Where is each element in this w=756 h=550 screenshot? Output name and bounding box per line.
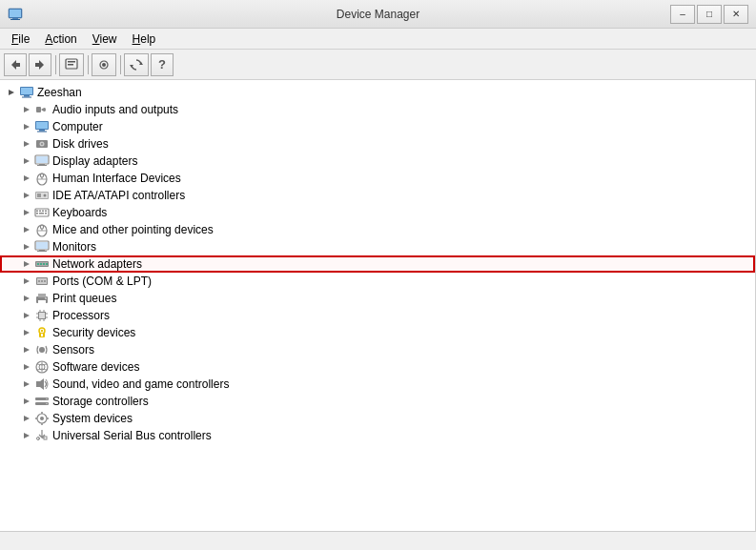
help-button[interactable]: ? — [151, 53, 174, 76]
mice-label: Mice and other pointing devices — [52, 223, 214, 236]
software-expander[interactable] — [19, 359, 34, 375]
svg-rect-44 — [37, 194, 41, 197]
tree-item-storage[interactable]: Storage controllers — [0, 393, 755, 410]
tree-item-mice[interactable]: Mice and other pointing devices — [0, 221, 755, 238]
tree-item-monitors[interactable]: Monitors — [0, 238, 755, 255]
security-label: Security devices — [52, 326, 135, 339]
svg-point-77 — [44, 280, 46, 282]
svg-marker-106 — [36, 378, 44, 390]
tree-item-display[interactable]: Display adapters — [0, 153, 755, 170]
network-expander[interactable] — [19, 256, 34, 272]
root-expander[interactable] — [4, 85, 19, 100]
audio-label: Audio inputs and outputs — [52, 103, 178, 116]
tree-item-sound[interactable]: Sound, video and game controllers — [0, 376, 755, 393]
close-button[interactable]: ✕ — [724, 5, 748, 24]
computer-label: Computer — [52, 120, 103, 133]
tree-item-print[interactable]: Print queues — [0, 290, 755, 307]
menu-view[interactable]: View — [85, 29, 125, 49]
maximize-button[interactable]: □ — [697, 5, 722, 24]
tree-item-computer[interactable]: Computer — [0, 118, 755, 135]
tree-item-sensors[interactable]: Sensors — [0, 341, 755, 358]
system-expander[interactable] — [19, 411, 34, 426]
svg-rect-24 — [36, 122, 48, 129]
display-expander[interactable] — [19, 153, 34, 169]
svg-marker-31 — [24, 158, 30, 164]
system-icon — [34, 411, 50, 426]
computer-expander[interactable] — [19, 119, 34, 134]
tree-item-ports[interactable]: Ports (COM & LPT) — [0, 273, 755, 290]
software-icon — [34, 359, 50, 375]
mice-expander[interactable] — [19, 222, 34, 237]
svg-marker-101 — [24, 364, 30, 370]
svg-rect-38 — [41, 173, 44, 177]
security-expander[interactable] — [19, 325, 34, 340]
app-icon — [8, 7, 23, 22]
usb-expander[interactable] — [19, 428, 34, 443]
sound-expander[interactable] — [19, 377, 34, 392]
svg-rect-21 — [36, 107, 41, 112]
svg-marker-78 — [24, 295, 30, 301]
svg-rect-7 — [35, 63, 40, 67]
back-button[interactable] — [4, 53, 27, 76]
tree-item-hid[interactable]: Human Interface Devices — [0, 170, 755, 187]
sensors-expander[interactable] — [19, 342, 34, 357]
svg-rect-18 — [24, 95, 30, 97]
properties-icon — [64, 57, 79, 72]
svg-point-12 — [102, 63, 106, 67]
tree-item-network[interactable]: Network adapters — [0, 255, 755, 273]
keyboard-expander[interactable] — [19, 205, 34, 220]
storage-expander[interactable] — [19, 394, 34, 409]
svg-rect-62 — [36, 242, 48, 249]
forward-button[interactable] — [29, 53, 51, 76]
menu-action[interactable]: Action — [37, 29, 84, 49]
tree-item-system[interactable]: System devices — [0, 410, 755, 427]
toolbar-sep1 — [53, 55, 57, 74]
ports-label: Ports (COM & LPT) — [52, 275, 152, 288]
svg-marker-107 — [24, 398, 30, 404]
menu-view-label: View — [92, 32, 117, 46]
svg-line-123 — [42, 438, 44, 438]
ide-expander[interactable] — [19, 188, 34, 203]
properties-button[interactable] — [59, 53, 84, 76]
tree-item-keyboard[interactable]: Keyboards — [0, 204, 755, 221]
root-icon — [19, 85, 34, 100]
svg-rect-35 — [37, 165, 47, 166]
svg-rect-80 — [38, 294, 46, 297]
menu-help-label: Help — [133, 32, 156, 46]
svg-marker-36 — [24, 175, 30, 181]
disk-expander[interactable] — [19, 136, 34, 152]
svg-rect-64 — [37, 251, 47, 252]
title-bar: Device Manager – □ ✕ — [0, 0, 756, 29]
monitors-icon — [34, 239, 50, 255]
hid-expander[interactable] — [19, 171, 34, 186]
tree-item-processor[interactable]: Processors — [0, 307, 755, 324]
tree-item-ide[interactable]: IDE ATA/ATAPI controllers — [0, 187, 755, 204]
audio-expander[interactable] — [19, 102, 34, 117]
display-label: Display adapters — [52, 154, 137, 168]
tree-item-security[interactable]: Security devices — [0, 324, 755, 341]
ports-expander[interactable] — [19, 274, 34, 289]
audio-icon — [34, 102, 50, 117]
tree-item-disk[interactable]: Disk drives — [0, 135, 755, 153]
tree-item-audio[interactable]: Audio inputs and outputs — [0, 101, 755, 118]
svg-rect-17 — [21, 88, 32, 94]
processor-label: Processors — [52, 309, 110, 322]
menu-help[interactable]: Help — [125, 29, 164, 49]
minimize-button[interactable]: – — [670, 5, 695, 24]
update-button[interactable] — [124, 53, 149, 76]
processor-expander[interactable] — [19, 308, 34, 323]
svg-point-100 — [39, 347, 45, 353]
device-tree[interactable]: Zeeshan Audio inputs and outputs — [0, 80, 756, 531]
showhidden-button[interactable] — [92, 53, 116, 76]
print-expander[interactable] — [19, 291, 34, 306]
svg-rect-85 — [39, 313, 45, 318]
usb-label: Universal Serial Bus controllers — [52, 429, 212, 442]
tree-item-software[interactable]: Software devices — [0, 358, 755, 376]
tree-root[interactable]: Zeeshan — [0, 84, 755, 101]
svg-rect-68 — [37, 263, 39, 265]
tree-item-usb[interactable]: Universal Serial Bus controllers — [0, 427, 755, 444]
svg-rect-1 — [10, 10, 21, 17]
monitors-expander[interactable] — [19, 239, 34, 255]
menu-file[interactable]: File — [4, 29, 37, 49]
software-label: Software devices — [52, 360, 139, 374]
